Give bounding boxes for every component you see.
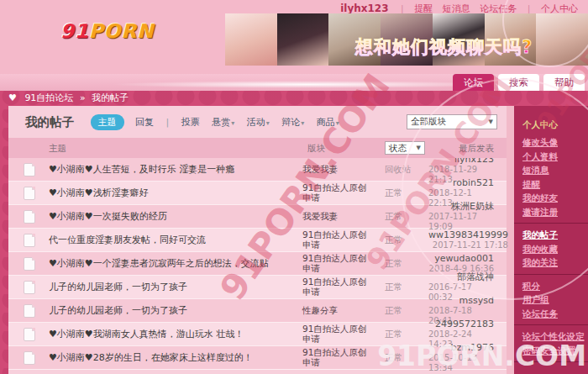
thread-page-icon bbox=[24, 187, 35, 200]
table-row[interactable]: ♥小湖南♥28岁的生日，在她家床上这样度过的！ 91自拍达人原创申请 正常 bz… bbox=[8, 346, 507, 370]
table-row[interactable]: 代一位重度淫妻朋友发帖，同好可交流 91自拍达人原创申请 正常 ww139834… bbox=[8, 229, 507, 252]
chevron-down-icon: ▾ bbox=[301, 119, 304, 127]
thread-title[interactable]: ♥小湖南♥人生苦短，及时行乐 淫妻是一种瘾 bbox=[49, 163, 286, 176]
sidebar-divider bbox=[514, 223, 588, 224]
thread-board[interactable]: 91自拍达人原创申请 bbox=[302, 277, 373, 297]
table-row[interactable]: ♥小湖南♥一次挺失败的经历 我爱我妻 正常 株洲E奶妹 2017-11-17 1… bbox=[8, 205, 507, 229]
page-title: 我的帖子 bbox=[25, 115, 74, 129]
thread-status: 正常 bbox=[385, 282, 428, 293]
lastpost-date: 2015-10-13 13:34 bbox=[428, 353, 494, 373]
thread-status: 正常 bbox=[385, 234, 428, 246]
thread-title[interactable]: 代一位重度淫妻朋友发帖，同好可交流 bbox=[49, 234, 286, 246]
filter-goods[interactable]: 商品▾ bbox=[317, 117, 339, 128]
filter-activity[interactable]: 活动▾ bbox=[247, 117, 270, 128]
thread-lastpost: yewudao001 2018-4-9 16:36 bbox=[428, 254, 507, 274]
lastpost-date: 2017-11-17 19:09 bbox=[428, 212, 494, 232]
nav-tabs: 论坛搜索帮助 bbox=[449, 74, 585, 91]
lastpost-user[interactable]: robin521 bbox=[453, 178, 494, 188]
thread-board[interactable]: 我爱我妻 bbox=[302, 165, 373, 175]
heart-icon: ♥ bbox=[8, 92, 17, 103]
lastpost-user[interactable]: mssysd bbox=[459, 296, 494, 306]
breadcrumb-separator: » bbox=[80, 92, 86, 103]
thread-page-icon bbox=[24, 281, 35, 294]
sidebar-item-messages[interactable]: 短消息 bbox=[522, 163, 588, 177]
my-threads-panel: 我的帖子 主题 回复 | 投票 悬赏▾ 活动▾ 辩论▾ 商品▾ 全部版块 ▼ 主… bbox=[8, 106, 507, 374]
filter-divider: | bbox=[166, 117, 170, 128]
thread-title[interactable]: ♥小湖南♥一个淫妻患者沉寂两年之后的想法，交流贴 bbox=[49, 257, 286, 270]
sidebar-item-avatar[interactable]: 修改头像 bbox=[522, 135, 588, 150]
header-lastpost: 最后发表 bbox=[459, 138, 494, 158]
board-filter-select[interactable]: 全部版块 ▼ bbox=[407, 114, 497, 129]
thread-title[interactable]: ♥小湖南♥28岁的生日，在她家床上这样度过的！ bbox=[49, 351, 286, 364]
filter-topic[interactable]: 主题 bbox=[91, 114, 124, 130]
thread-title[interactable]: ♥小湖南♥我湖南女人真热情，游山玩水 壮哉！ bbox=[49, 328, 286, 340]
thread-title[interactable]: 儿子的幼儿园老师，一切为了孩子 bbox=[49, 304, 286, 317]
breadcrumb-forum-link[interactable]: 91自拍论坛 bbox=[24, 92, 73, 103]
lastpost-user[interactable]: yewudao001 bbox=[434, 254, 494, 264]
thread-list: ♥小湖南♥人生苦短，及时行乐 淫妻是一种瘾 我爱我妻 回收站 ilyhx123 … bbox=[8, 158, 507, 370]
sidebar-item-favorites[interactable]: 我的收藏 bbox=[522, 242, 588, 256]
sidebar-item-profile[interactable]: 个人资料 bbox=[522, 150, 588, 164]
nav-shine bbox=[109, 81, 504, 88]
filter-reward[interactable]: 悬赏▾ bbox=[212, 117, 234, 128]
tab-forum[interactable]: 论坛 bbox=[453, 74, 494, 91]
lastpost-user[interactable]: 株洲E奶妹 bbox=[451, 202, 494, 212]
select-arrow-icon: ▼ bbox=[417, 138, 421, 158]
breadcrumb-current-page: 我的帖子 bbox=[92, 92, 129, 103]
site-logo[interactable]: 91PORN bbox=[60, 20, 154, 42]
sidebar-item-reminders[interactable]: 提醒 bbox=[522, 177, 588, 192]
sidebar-item-my-threads[interactable]: 我的帖子 bbox=[522, 228, 588, 242]
logo-porn: PORN bbox=[89, 20, 154, 42]
sidebar-item-personalization[interactable]: 论坛个性化设定 bbox=[522, 329, 588, 344]
lastpost-user[interactable]: 部落战神 bbox=[457, 272, 494, 282]
status-filter-select[interactable]: 状态 ▼ bbox=[385, 141, 425, 155]
thread-board[interactable]: 性趣分享 bbox=[302, 306, 373, 316]
thread-page-icon bbox=[24, 163, 35, 176]
ad-banner[interactable]: 想和她们视频聊天吗? bbox=[225, 13, 588, 66]
sidebar-header-usercenter: 个人中心 bbox=[522, 118, 588, 132]
sidebar-divider bbox=[514, 324, 588, 325]
thread-lastpost: bzm1976 2015-10-13 13:34 bbox=[428, 343, 507, 373]
banner-photo bbox=[277, 13, 329, 66]
thread-page-icon bbox=[24, 304, 35, 318]
thread-board[interactable]: 91自拍达人原创申请 bbox=[302, 254, 373, 273]
filter-debate[interactable]: 辩论▾ bbox=[281, 117, 304, 128]
sidebar-item-invite[interactable]: 邀请注册 bbox=[522, 205, 588, 219]
header-board: 版块 bbox=[307, 138, 325, 158]
sidebar-item-usergroup[interactable]: 用户组 bbox=[522, 292, 588, 307]
chevron-down-icon: ▾ bbox=[231, 119, 234, 127]
thread-page-icon bbox=[24, 210, 35, 224]
filter-poll[interactable]: 投票 bbox=[181, 117, 200, 128]
chevron-down-icon: ▾ bbox=[266, 119, 270, 127]
thread-board[interactable]: 91自拍达人原创申请 bbox=[302, 230, 373, 250]
chevron-down-icon: ▾ bbox=[336, 119, 339, 127]
thread-board[interactable]: 我爱我妻 bbox=[302, 212, 373, 222]
banner-caption: 想和她们视频聊天吗? bbox=[355, 35, 588, 59]
sidebar-item-friends[interactable]: 我的好友 bbox=[522, 191, 588, 205]
thread-title[interactable]: ♥小湖南♥浅析淫妻癖好 bbox=[49, 187, 286, 199]
thread-title[interactable]: 儿子的幼儿园老师，一切为了孩子 bbox=[49, 281, 286, 293]
sidebar-item-follows[interactable]: 我的关注 bbox=[522, 255, 588, 270]
lastpost-user[interactable]: 2499572183 bbox=[435, 319, 494, 329]
thread-page-icon bbox=[24, 328, 35, 341]
thread-status: 正常 bbox=[385, 329, 428, 340]
lastpost-user[interactable]: ww13983419999 bbox=[428, 230, 508, 240]
user-center-sidebar: 个人中心 修改头像 个人资料 短消息 提醒 我的好友 邀请注册 我的帖子 我的收… bbox=[514, 106, 588, 374]
thread-page-icon bbox=[24, 234, 35, 247]
thread-board[interactable]: 91自拍达人原创申请 bbox=[302, 348, 373, 367]
thread-title[interactable]: ♥小湖南♥一次挺失败的经历 bbox=[49, 210, 286, 223]
sidebar-item-credits[interactable]: 积分 bbox=[522, 279, 588, 293]
thread-status: 回收站 bbox=[385, 164, 428, 176]
lastpost-user[interactable]: bzm1976 bbox=[451, 343, 494, 353]
sidebar-item-password-security[interactable]: 密码安全设置 bbox=[522, 344, 588, 358]
sidebar-item-forum-tasks[interactable]: 论坛任务 bbox=[522, 307, 588, 321]
thread-lastpost: ww13983419999 2017-11-21 17:18 bbox=[428, 230, 521, 250]
filter-reply[interactable]: 回复 bbox=[135, 117, 154, 128]
filter-row: 我的帖子 主题 回复 | 投票 悬赏▾ 活动▾ 辩论▾ 商品▾ 全部版块 ▼ bbox=[8, 106, 507, 138]
username-link[interactable]: ilyhx123 bbox=[340, 3, 388, 14]
thread-board[interactable]: 91自拍达人原创申请 bbox=[302, 324, 373, 344]
thread-board[interactable]: 91自拍达人原创申请 bbox=[302, 183, 373, 203]
tab-search[interactable]: 搜索 bbox=[498, 74, 539, 91]
tab-help[interactable]: 帮助 bbox=[543, 74, 585, 91]
header-subject: 主题 bbox=[49, 138, 66, 158]
